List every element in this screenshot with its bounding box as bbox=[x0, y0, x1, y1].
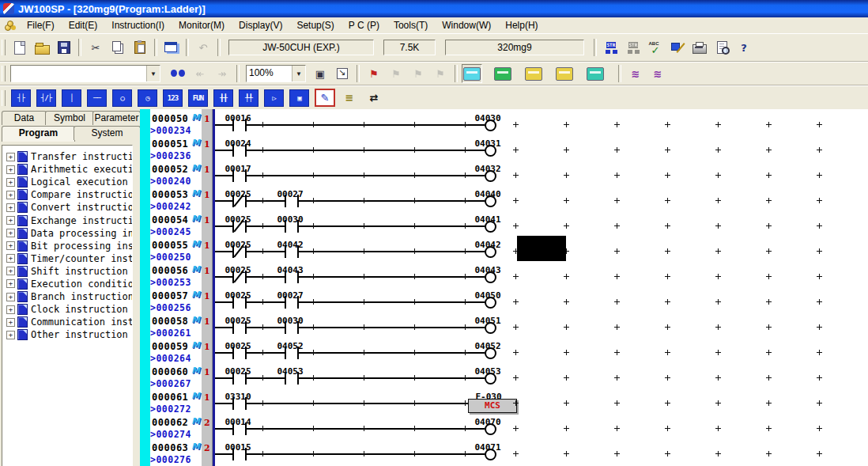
save-file-icon[interactable] bbox=[54, 38, 74, 57]
read-from-plc-icon[interactable]: ≋ bbox=[647, 64, 668, 83]
wire-tick bbox=[311, 251, 316, 252]
tab-data[interactable]: Data bbox=[2, 111, 47, 125]
expand-icon[interactable]: + bbox=[6, 153, 15, 161]
toolbar-grip[interactable] bbox=[2, 90, 6, 106]
menu-setup-s[interactable]: Setup(S) bbox=[289, 18, 341, 33]
expand-icon[interactable]: + bbox=[6, 331, 15, 339]
search-combo-value[interactable] bbox=[11, 66, 146, 81]
expand-icon[interactable]: + bbox=[6, 203, 15, 212]
expand-icon[interactable]: + bbox=[6, 229, 15, 237]
expand-icon[interactable]: + bbox=[6, 293, 15, 301]
expand-icon[interactable]: + bbox=[6, 178, 15, 187]
monitor-start-icon[interactable] bbox=[462, 64, 482, 83]
jump-instruction-icon[interactable]: ▷ bbox=[264, 89, 284, 107]
expand-icon[interactable]: + bbox=[6, 279, 15, 288]
timer-coil-icon[interactable]: ◷ bbox=[138, 89, 157, 107]
search-combo[interactable]: ▼ bbox=[10, 65, 160, 82]
help-icon[interactable]: ? bbox=[734, 38, 754, 57]
print-icon[interactable] bbox=[689, 38, 710, 57]
closed-contact-icon[interactable]: ┤/├ bbox=[36, 89, 56, 107]
out-instruction-icon[interactable]: ╂╂ bbox=[213, 89, 233, 107]
vertical-line-icon[interactable]: │ bbox=[62, 89, 81, 107]
copy-icon[interactable] bbox=[108, 38, 128, 57]
cut-icon[interactable]: ✂ bbox=[85, 38, 106, 57]
menu-edit-e[interactable]: Edit(E) bbox=[62, 18, 105, 33]
toolbar-grip[interactable] bbox=[2, 66, 6, 81]
menu-window-w[interactable]: Window(W) bbox=[435, 18, 498, 33]
ladder-editor[interactable]: 000050M1>0002340001604030000051M1>000236… bbox=[140, 109, 868, 466]
swap-cursor-icon[interactable]: ⇄ bbox=[364, 89, 384, 108]
device-monitor-icon[interactable] bbox=[523, 64, 544, 83]
timer-instruction-icon[interactable]: ╀╀ bbox=[239, 89, 259, 107]
write-to-plc-icon[interactable]: ≋ bbox=[625, 64, 646, 83]
marker-badge: M bbox=[191, 188, 200, 199]
zoom-combo-value[interactable]: 100% bbox=[247, 66, 292, 81]
tree-item-clock-instruction[interactable]: +Clock instruction bbox=[2, 303, 132, 316]
tree-item-shift-instruction[interactable]: +Shift instruction bbox=[2, 265, 132, 278]
tree-item-exchange-instructio[interactable]: +Exchange instructio bbox=[2, 214, 132, 226]
menu-file-f[interactable]: File(F) bbox=[20, 18, 62, 33]
monitor-edit-icon[interactable] bbox=[585, 64, 606, 83]
copy-window-icon[interactable] bbox=[161, 38, 182, 57]
window-select-icon[interactable]: ▣ bbox=[310, 64, 330, 83]
open-contact-icon[interactable]: ┤├ bbox=[11, 89, 31, 107]
chevron-down-icon[interactable]: ▼ bbox=[146, 66, 160, 81]
horizontal-line-icon[interactable]: ── bbox=[87, 89, 107, 107]
menu-monitor-m[interactable]: Monitor(M) bbox=[172, 18, 232, 33]
tree-item-arithmetic-executio[interactable]: +Arithmetic executio bbox=[2, 163, 132, 176]
window-resize-icon[interactable] bbox=[332, 64, 353, 83]
tree-item-branch-instruction[interactable]: +Branch instruction bbox=[2, 290, 132, 303]
tab-system[interactable]: System bbox=[74, 126, 141, 140]
find-icon[interactable] bbox=[168, 64, 188, 83]
tab-symbol[interactable]: Symbol bbox=[45, 111, 94, 125]
expand-icon[interactable]: + bbox=[6, 267, 15, 275]
expand-icon[interactable]: + bbox=[6, 254, 15, 263]
expand-icon[interactable]: + bbox=[6, 216, 15, 225]
expand-icon[interactable]: + bbox=[6, 241, 15, 250]
syntax-check-icon[interactable] bbox=[645, 38, 666, 57]
expand-icon[interactable]: + bbox=[6, 318, 15, 327]
bookmark-set-icon[interactable]: ⚑ bbox=[364, 64, 384, 83]
expand-icon[interactable]: + bbox=[6, 191, 15, 199]
open-file-icon[interactable] bbox=[32, 38, 52, 57]
expand-icon[interactable]: + bbox=[6, 305, 15, 314]
selection-margin[interactable] bbox=[140, 109, 150, 466]
edit-wand-icon[interactable] bbox=[667, 38, 688, 57]
tree-item-other-instruction[interactable]: +Other instruction bbox=[2, 328, 132, 341]
tree-item-data-processing-ins[interactable]: +Data processing ins bbox=[2, 227, 132, 240]
menu-tools-t[interactable]: Tools(T) bbox=[387, 18, 435, 33]
tree-item-convert-instruction[interactable]: +Convert instruction bbox=[2, 201, 132, 214]
accumulate-write-icon[interactable]: ≡ bbox=[339, 89, 360, 108]
chevron-down-icon[interactable]: ▼ bbox=[292, 66, 305, 81]
menu-instruction-i[interactable]: Instruction(I) bbox=[104, 18, 172, 33]
keypad-entry-icon[interactable]: ▣ bbox=[289, 89, 309, 107]
tree-item-communication-instr[interactable]: +Communication instr bbox=[2, 316, 132, 328]
coil-icon[interactable]: ○ bbox=[112, 89, 132, 107]
function-entry-icon[interactable]: FUN bbox=[188, 89, 208, 107]
tree-item-bit-processing-inst[interactable]: +Bit processing inst bbox=[2, 240, 132, 252]
zoom-combo[interactable]: 100% ▼ bbox=[246, 65, 306, 82]
menu-p-c-p[interactable]: P C (P) bbox=[342, 18, 387, 33]
monitor-trace-icon[interactable] bbox=[492, 64, 513, 83]
tree-item-compare-instruction[interactable]: +Compare instruction bbox=[2, 188, 132, 201]
wire-tick bbox=[260, 150, 266, 150]
tree-item-timer-counter-instr[interactable]: +Timer/counter instr bbox=[2, 252, 132, 265]
tab-program[interactable]: Program bbox=[2, 126, 75, 142]
register-monitor-icon[interactable] bbox=[554, 64, 575, 83]
symbol-list-view-icon[interactable] bbox=[601, 38, 621, 57]
tab-parameter[interactable]: Parameter bbox=[92, 111, 141, 125]
toolbar-grip[interactable] bbox=[2, 40, 6, 55]
function-block[interactable]: MCS bbox=[468, 399, 517, 413]
menu-help-h[interactable]: Help(H) bbox=[498, 18, 545, 33]
numeric-entry-icon[interactable]: 123 bbox=[163, 89, 183, 107]
tree-item-logical-execution-i[interactable]: +Logical execution i bbox=[2, 176, 132, 188]
selection-cursor[interactable] bbox=[517, 236, 566, 261]
tree-item-transfer-instructio[interactable]: +Transfer instructio bbox=[2, 150, 132, 163]
print-preview-icon[interactable] bbox=[711, 38, 732, 57]
edit-mode-icon[interactable]: ✎ bbox=[315, 89, 335, 107]
new-file-icon[interactable] bbox=[9, 38, 30, 57]
tree-item-execution-condition[interactable]: +Execution condition bbox=[2, 278, 132, 290]
expand-icon[interactable]: + bbox=[6, 165, 15, 174]
menu-display-v[interactable]: Display(V) bbox=[232, 18, 289, 33]
paste-icon[interactable] bbox=[130, 38, 150, 57]
